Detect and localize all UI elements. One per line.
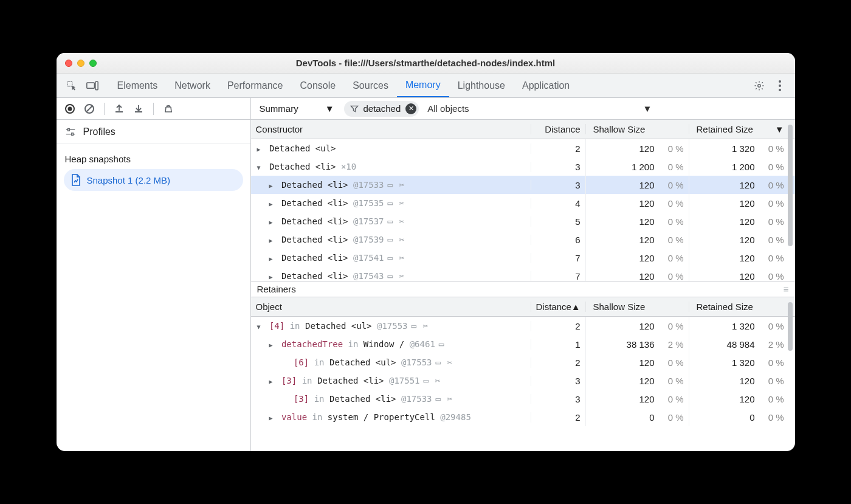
devtools-window: DevTools - file:///Users/stmarthe/detach… [57, 53, 795, 451]
svg-point-5 [779, 85, 781, 87]
element-icon: ▭ ✂ [436, 394, 453, 404]
tab-memory[interactable]: Memory [397, 74, 449, 97]
expand-toggle-icon[interactable]: ▶ [269, 342, 277, 348]
memory-toolbar: Summary ▼ detached ✕ All objects ▼ [57, 98, 795, 120]
header-shallow[interactable]: Shallow Size [585, 302, 689, 312]
profiles-header: Profiles [57, 120, 250, 144]
shallow-cell: 00 % [585, 408, 689, 426]
shallow-cell: 1200 % [585, 176, 689, 194]
expand-toggle-icon[interactable]: ▶ [269, 255, 277, 262]
constructor-row[interactable]: ▶ Detached <li> @17543▭ ✂71200 %1200 % [251, 267, 795, 281]
drag-handle-icon[interactable]: ≡ [784, 284, 789, 294]
property-name: [3] [294, 394, 309, 404]
snapshot-label: Snapshot 1 (2.2 MB) [87, 175, 171, 185]
object-id: @6461 [410, 339, 435, 349]
header-object[interactable]: Object [251, 302, 531, 312]
constructor-row[interactable]: ▶ Detached <ul>21200 %1 3200 % [251, 139, 795, 157]
expand-toggle-icon[interactable]: ▶ [257, 146, 264, 153]
object-id: @17553 [377, 321, 408, 331]
retainer-object: Detached <li> [329, 394, 396, 404]
svg-rect-14 [71, 133, 73, 135]
clear-filter-icon[interactable]: ✕ [405, 103, 416, 114]
constructors-body[interactable]: ▶ Detached <ul>21200 %1 3200 %▼ Detached… [251, 139, 795, 281]
retained-cell: 1200 % [689, 230, 795, 249]
element-icon: ▭ ✂ [424, 376, 441, 385]
element-icon: ▭ ✂ [412, 321, 429, 331]
expand-toggle-icon[interactable]: ▶ [269, 237, 277, 244]
clear-button[interactable] [81, 100, 98, 117]
retainer-row[interactable]: ▶ detachedTree in Window / @6461▭138 136… [251, 335, 795, 353]
tab-performance[interactable]: Performance [219, 74, 292, 97]
expand-toggle-icon[interactable]: ▶ [269, 378, 277, 385]
constructor-row[interactable]: ▶ Detached <li> @17533▭ ✂31200 %1200 % [251, 176, 795, 194]
expand-toggle-icon[interactable]: ▶ [269, 274, 277, 280]
object-id: @17539 [353, 235, 384, 244]
retainer-row[interactable]: ▼ [4] in Detached <ul> @17553▭ ✂21200 %1… [251, 317, 795, 335]
expand-toggle-icon[interactable]: ▼ [257, 323, 264, 330]
shallow-cell: 1200 % [585, 267, 689, 281]
view-mode-select[interactable]: Summary ▼ [256, 102, 338, 116]
tab-application[interactable]: Application [514, 74, 578, 97]
record-button[interactable] [61, 100, 78, 117]
memory-body: Profiles Heap snapshots Snapshot 1 (2.2 … [57, 120, 795, 451]
load-profile-button[interactable] [111, 100, 128, 117]
expand-toggle-icon[interactable]: ▶ [269, 201, 277, 207]
constructor-row[interactable]: ▼ Detached <li> ×1031 2000 %1 2000 % [251, 157, 795, 176]
retainer-row[interactable]: [6] in Detached <ul> @17553▭ ✂21200 %1 3… [251, 353, 795, 371]
expand-toggle-icon[interactable]: ▶ [269, 219, 277, 226]
inspect-icon[interactable] [63, 77, 81, 95]
header-distance[interactable]: Distance▲ [531, 302, 585, 312]
shallow-cell: 1200 % [585, 212, 689, 230]
shallow-cell: 1 2000 % [585, 157, 689, 176]
settings-icon[interactable] [750, 77, 768, 95]
more-menu-icon[interactable] [771, 77, 789, 95]
header-retained[interactable]: Retained Size [689, 302, 795, 312]
retainer-row[interactable]: [3] in Detached <li> @17533▭ ✂31200 %120… [251, 390, 795, 408]
objects-scope-select[interactable]: All objects ▼ [427, 103, 652, 114]
scrollbar[interactable] [788, 302, 793, 351]
class-filter-input[interactable]: detached ✕ [344, 101, 419, 117]
distance-cell: 7 [531, 253, 585, 263]
constructor-row[interactable]: ▶ Detached <li> @17539▭ ✂61200 %1200 % [251, 230, 795, 249]
scrollbar[interactable] [788, 125, 793, 246]
header-retained[interactable]: Retained Size ▼ [689, 124, 795, 134]
constructor-row[interactable]: ▶ Detached <li> @17535▭ ✂41200 %1200 % [251, 194, 795, 212]
property-name: [3] [281, 376, 297, 385]
element-icon: ▭ ✂ [388, 216, 405, 226]
retained-cell: 1 3200 % [689, 139, 795, 157]
retained-cell: 1200 % [689, 267, 795, 281]
tab-sources[interactable]: Sources [344, 74, 397, 97]
object-id: @17535 [353, 198, 384, 208]
expand-toggle-icon[interactable]: ▶ [269, 182, 277, 189]
object-id: @17553 [401, 357, 432, 367]
expand-toggle-icon[interactable]: ▶ [269, 415, 277, 421]
tab-network[interactable]: Network [166, 74, 219, 97]
tab-lighthouse[interactable]: Lighthouse [449, 74, 514, 97]
device-toggle-icon[interactable] [83, 77, 102, 95]
chevron-down-icon: ▼ [325, 103, 334, 114]
retainer-row[interactable]: ▶ [3] in Detached <li> @17551▭ ✂31200 %1… [251, 371, 795, 390]
constructor-row[interactable]: ▶ Detached <li> @17537▭ ✂51200 %1200 % [251, 212, 795, 230]
distance-cell: 5 [531, 216, 585, 227]
profiles-label: Profiles [83, 126, 115, 137]
snapshot-item[interactable]: Snapshot 1 (2.2 MB) [64, 169, 243, 191]
retainers-body[interactable]: ▼ [4] in Detached <ul> @17553▭ ✂21200 %1… [251, 317, 795, 451]
header-distance[interactable]: Distance [531, 124, 585, 134]
header-constructor[interactable]: Constructor [251, 124, 531, 134]
filter-text: detached [363, 103, 401, 114]
element-icon: ▭ ✂ [436, 357, 453, 367]
retainer-object: Detached <li> [317, 376, 384, 385]
header-shallow[interactable]: Shallow Size [585, 124, 689, 134]
tab-elements[interactable]: Elements [109, 74, 167, 97]
constructor-row[interactable]: ▶ Detached <li> @17541▭ ✂71200 %1200 % [251, 249, 795, 267]
svg-rect-13 [67, 128, 69, 131]
chevron-down-icon: ▼ [643, 103, 652, 114]
retained-cell: 1200 % [689, 249, 795, 267]
retainer-row[interactable]: ▶ value in system / PropertyCell @294852… [251, 408, 795, 426]
tab-console[interactable]: Console [291, 74, 344, 97]
retainer-object: Window / [363, 339, 404, 349]
object-id: @17551 [389, 376, 420, 385]
collect-garbage-button[interactable] [160, 100, 177, 117]
save-profile-button[interactable] [130, 100, 147, 117]
expand-toggle-icon[interactable]: ▼ [257, 164, 264, 171]
